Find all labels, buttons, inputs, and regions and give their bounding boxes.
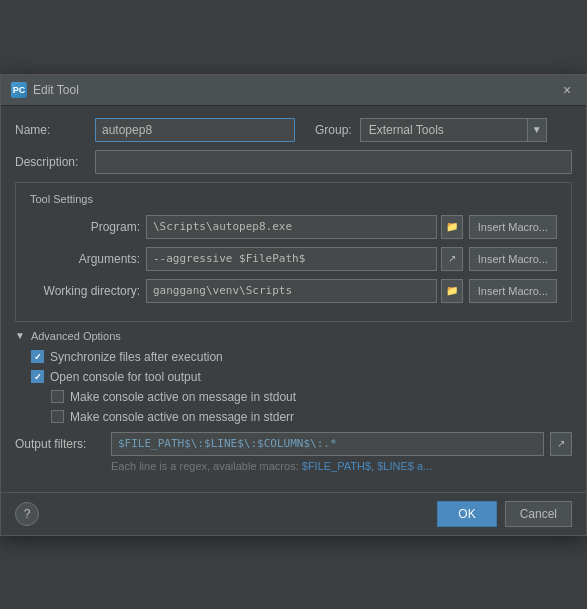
cancel-button[interactable]: Cancel: [505, 501, 572, 527]
output-filter-input[interactable]: [111, 432, 544, 456]
hint-macros: $FILE_PATH$, $LINE$ a...: [302, 460, 432, 472]
sync-files-checkbox[interactable]: [31, 350, 44, 363]
group-input[interactable]: [360, 118, 527, 142]
console-stderr-checkbox[interactable]: [51, 410, 64, 423]
sync-files-row: Synchronize files after execution: [31, 350, 572, 364]
collapse-icon: ▼: [15, 330, 25, 341]
working-dir-row: Working directory: 📁 Insert Macro...: [30, 279, 557, 303]
tool-settings-section: Tool Settings Program: 📁 Insert Macro...…: [15, 182, 572, 322]
program-browse-button[interactable]: 📁: [441, 215, 463, 239]
tool-settings-title: Tool Settings: [30, 193, 557, 205]
open-console-label: Open console for tool output: [50, 370, 201, 384]
sync-files-label: Synchronize files after execution: [50, 350, 223, 364]
hint-prefix: Each line is a regex, available macros:: [111, 460, 299, 472]
arguments-input-container: ↗: [146, 247, 463, 271]
description-row: Description:: [15, 150, 572, 174]
open-console-checkbox[interactable]: [31, 370, 44, 383]
ok-button[interactable]: OK: [437, 501, 496, 527]
console-stderr-row: Make console active on message in stderr: [51, 410, 572, 424]
working-dir-label: Working directory:: [30, 284, 140, 298]
output-filters-row: Output filters: ↗: [15, 432, 572, 456]
description-input[interactable]: [95, 150, 572, 174]
program-label: Program:: [30, 220, 140, 234]
arguments-label: Arguments:: [30, 252, 140, 266]
program-input[interactable]: [146, 215, 437, 239]
console-stdout-row: Make console active on message in stdout: [51, 390, 572, 404]
console-stdout-checkbox[interactable]: [51, 390, 64, 403]
name-label: Name:: [15, 123, 95, 137]
help-button[interactable]: ?: [15, 502, 39, 526]
console-stdout-label: Make console active on message in stdout: [70, 390, 296, 404]
advanced-title: Advanced Options: [31, 330, 121, 342]
working-dir-browse-button[interactable]: 📁: [441, 279, 463, 303]
name-group-row: Name: Group: ▼: [15, 118, 572, 142]
program-input-container: 📁: [146, 215, 463, 239]
title-bar-left: PC Edit Tool: [11, 82, 79, 98]
working-dir-insert-macro-button[interactable]: Insert Macro...: [469, 279, 557, 303]
output-filters-label: Output filters:: [15, 437, 105, 451]
group-label: Group:: [315, 123, 352, 137]
group-dropdown-button[interactable]: ▼: [527, 118, 547, 142]
app-icon: PC: [11, 82, 27, 98]
arguments-row: Arguments: ↗ Insert Macro...: [30, 247, 557, 271]
arguments-insert-macro-button[interactable]: Insert Macro...: [469, 247, 557, 271]
arguments-input[interactable]: [146, 247, 437, 271]
title-bar: PC Edit Tool ×: [1, 75, 586, 106]
working-dir-input-container: 📁: [146, 279, 463, 303]
dialog-content: Name: Group: ▼ Description: Tool Setting…: [1, 106, 586, 488]
footer: ? OK Cancel: [1, 492, 586, 535]
description-label: Description:: [15, 155, 95, 169]
group-select-container: ▼: [360, 118, 547, 142]
program-insert-macro-button[interactable]: Insert Macro...: [469, 215, 557, 239]
working-dir-input[interactable]: [146, 279, 437, 303]
program-row: Program: 📁 Insert Macro...: [30, 215, 557, 239]
output-filter-expand-button[interactable]: ↗: [550, 432, 572, 456]
advanced-header[interactable]: ▼ Advanced Options: [15, 330, 572, 342]
open-console-row: Open console for tool output: [31, 370, 572, 384]
footer-buttons: OK Cancel: [437, 501, 572, 527]
hint-text: Each line is a regex, available macros: …: [111, 460, 572, 472]
close-button[interactable]: ×: [558, 81, 576, 99]
dialog-title: Edit Tool: [33, 83, 79, 97]
console-stderr-label: Make console active on message in stderr: [70, 410, 294, 424]
name-input[interactable]: [95, 118, 295, 142]
arguments-browse-button[interactable]: ↗: [441, 247, 463, 271]
advanced-section: ▼ Advanced Options Synchronize files aft…: [15, 330, 572, 424]
edit-tool-dialog: PC Edit Tool × Name: Group: ▼ Descriptio…: [0, 74, 587, 536]
